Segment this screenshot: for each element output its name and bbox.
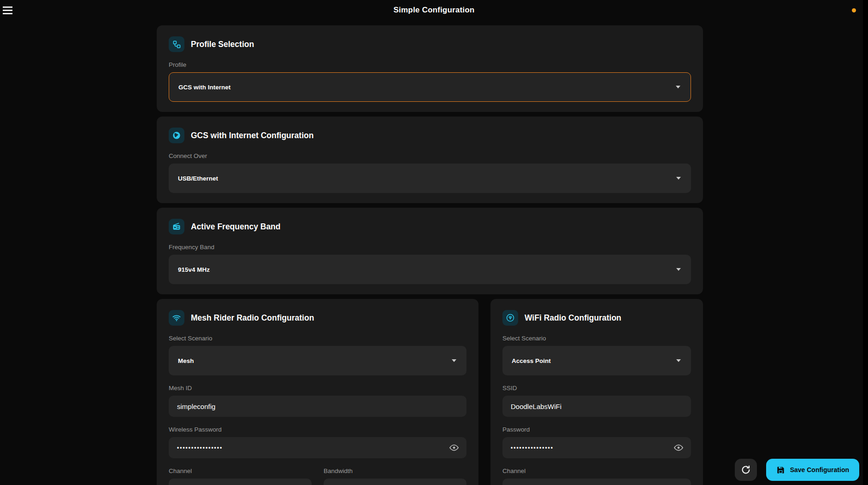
connect-over-label: Connect Over xyxy=(169,152,691,159)
app-header: Simple Configuration xyxy=(0,0,868,20)
caret-down-icon xyxy=(676,177,681,180)
refresh-icon xyxy=(741,465,751,475)
wifi-password-masked-value: ••••••••••••••• xyxy=(511,444,554,451)
floating-action-bar: Save Configuration xyxy=(735,459,859,481)
wifi-scenario-select-value: Access Point xyxy=(512,357,551,364)
mesh-id-input[interactable]: simpleconfig xyxy=(169,396,466,417)
wifi-password-label: Password xyxy=(502,426,691,433)
main-content: Profile Selection Profile GCS with Inter… xyxy=(157,25,703,485)
caret-down-icon xyxy=(676,359,681,362)
card-title: WiFi Radio Configuration xyxy=(525,313,621,323)
caret-down-icon xyxy=(452,359,456,362)
caret-down-icon xyxy=(676,86,680,88)
frequency-band-label: Frequency Band xyxy=(169,244,691,251)
card-title: GCS with Internet Configuration xyxy=(191,131,313,140)
card-title: Active Frequency Band xyxy=(191,222,281,232)
frequency-band-select-value: 915v4 MHz xyxy=(178,266,210,273)
workflow-icon xyxy=(169,36,184,52)
profile-select-value: GCS with Internet xyxy=(178,84,230,91)
save-configuration-button[interactable]: Save Configuration xyxy=(766,459,859,481)
mesh-rider-config-card: Mesh Rider Radio Configuration Select Sc… xyxy=(157,299,478,485)
card-title: Mesh Rider Radio Configuration xyxy=(191,313,314,323)
profile-field-label: Profile xyxy=(169,61,691,68)
floppy-disk-icon xyxy=(776,466,785,474)
caret-down-icon xyxy=(676,268,681,271)
connection-status-dot xyxy=(852,8,856,12)
mesh-id-label: Mesh ID xyxy=(169,385,466,392)
mesh-channel-label: Channel xyxy=(169,467,312,474)
wifi-config-card: WiFi Radio Configuration Select Scenario… xyxy=(490,299,703,485)
gcs-configuration-card: GCS with Internet Configuration Connect … xyxy=(157,117,703,203)
globe-icon xyxy=(169,128,184,143)
wifi-channel-select[interactable]: auto xyxy=(502,479,691,485)
wifi-scenario-label: Select Scenario xyxy=(502,335,691,342)
wireless-password-label: Wireless Password xyxy=(169,426,466,433)
mesh-id-value: simpleconfig xyxy=(177,403,215,410)
mesh-bandwidth-select[interactable]: 26 MHz xyxy=(324,479,466,485)
mesh-scenario-select-value: Mesh xyxy=(178,357,194,364)
mesh-channel-select[interactable]: 12 (915 MHz) xyxy=(169,479,312,485)
eye-icon[interactable] xyxy=(449,443,459,453)
profile-selection-card: Profile Selection Profile GCS with Inter… xyxy=(157,25,703,112)
eye-icon[interactable] xyxy=(673,443,684,453)
frequency-band-select[interactable]: 915v4 MHz xyxy=(169,255,691,284)
broadcast-icon xyxy=(502,310,518,326)
ssid-input[interactable]: DoodleLabsWiFi xyxy=(502,396,691,417)
refresh-button[interactable] xyxy=(735,459,757,481)
ssid-label: SSID xyxy=(502,385,691,392)
wifi-password-input[interactable]: ••••••••••••••• xyxy=(502,437,691,458)
save-button-label: Save Configuration xyxy=(790,466,849,473)
mesh-bandwidth-label: Bandwidth xyxy=(324,467,466,474)
connect-over-select-value: USB/Ethernet xyxy=(178,175,218,182)
card-title: Profile Selection xyxy=(191,40,254,49)
mesh-scenario-label: Select Scenario xyxy=(169,335,466,342)
radio-config-section: Mesh Rider Radio Configuration Select Sc… xyxy=(157,299,703,485)
wifi-icon xyxy=(169,310,184,326)
profile-select[interactable]: GCS with Internet xyxy=(169,72,691,102)
wifi-scenario-select[interactable]: Access Point xyxy=(502,346,691,375)
wireless-password-masked-value: •••••••••••••••• xyxy=(177,444,223,451)
ssid-value: DoodleLabsWiFi xyxy=(511,403,561,410)
radio-icon xyxy=(169,219,184,234)
page-title: Simple Configuration xyxy=(0,0,868,20)
page-scrollbar[interactable] xyxy=(863,0,868,485)
wifi-channel-label: Channel xyxy=(502,467,691,474)
connect-over-select[interactable]: USB/Ethernet xyxy=(169,164,691,193)
wireless-password-input[interactable]: •••••••••••••••• xyxy=(169,437,466,458)
mesh-scenario-select[interactable]: Mesh xyxy=(169,346,466,375)
frequency-band-card: Active Frequency Band Frequency Band 915… xyxy=(157,208,703,294)
